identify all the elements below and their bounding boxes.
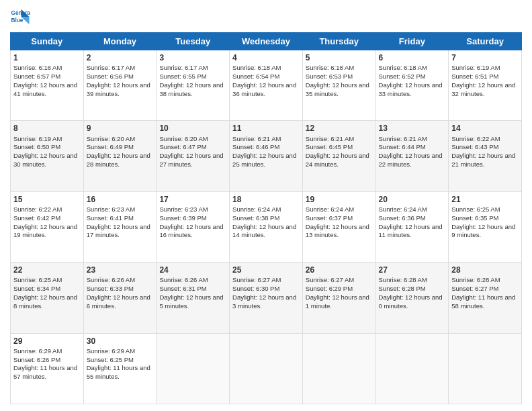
- calendar-header-row: SundayMondayTuesdayWednesdayThursdayFrid…: [11, 33, 522, 50]
- calendar-day-10: 10Sunrise: 6:20 AMSunset: 6:47 PMDayligh…: [157, 121, 230, 191]
- header: General Blue: [10, 7, 522, 27]
- day-number: 12: [306, 123, 373, 134]
- calendar-day-27: 27Sunrise: 6:28 AMSunset: 6:28 PMDayligh…: [375, 263, 449, 333]
- calendar-day-30: 30Sunrise: 6:29 AMSunset: 6:25 PMDayligh…: [83, 333, 157, 404]
- calendar-day-26: 26Sunrise: 6:27 AMSunset: 6:29 PMDayligh…: [302, 263, 375, 333]
- day-header-wednesday: Wednesday: [230, 33, 303, 50]
- calendar-day-19: 19Sunrise: 6:24 AMSunset: 6:37 PMDayligh…: [302, 191, 375, 262]
- day-number: 8: [13, 123, 81, 134]
- calendar-day-20: 20Sunrise: 6:24 AMSunset: 6:36 PMDayligh…: [375, 191, 449, 262]
- day-number: 15: [13, 194, 81, 205]
- logo: General Blue: [10, 7, 30, 27]
- day-number: 6: [379, 52, 446, 63]
- day-number: 18: [232, 194, 300, 205]
- day-number: 5: [306, 52, 373, 63]
- day-number: 4: [232, 52, 300, 63]
- calendar-day-8: 8Sunrise: 6:19 AMSunset: 6:50 PMDaylight…: [11, 121, 84, 191]
- day-number: 17: [159, 194, 226, 205]
- calendar-day-14: 14Sunrise: 6:22 AMSunset: 6:43 PMDayligh…: [449, 121, 522, 191]
- calendar-day-18: 18Sunrise: 6:24 AMSunset: 6:38 PMDayligh…: [230, 191, 303, 262]
- day-number: 23: [87, 265, 154, 275]
- day-header-saturday: Saturday: [449, 33, 522, 50]
- calendar-day-25: 25Sunrise: 6:27 AMSunset: 6:30 PMDayligh…: [230, 263, 303, 333]
- day-number: 16: [87, 194, 154, 205]
- day-number: 30: [87, 336, 154, 347]
- day-number: 21: [451, 194, 519, 205]
- calendar-day-15: 15Sunrise: 6:22 AMSunset: 6:42 PMDayligh…: [11, 191, 84, 262]
- day-number: 1: [13, 52, 81, 63]
- day-number: 26: [306, 265, 373, 275]
- day-number: 24: [159, 265, 226, 275]
- day-number: 19: [306, 194, 373, 205]
- day-number: 28: [451, 265, 519, 275]
- page: General Blue SundayMondayTuesdayWednesda…: [0, 0, 532, 411]
- day-number: 10: [159, 123, 226, 134]
- empty-cell: [375, 333, 449, 404]
- calendar-week-5: 29Sunrise: 6:29 AMSunset: 6:26 PMDayligh…: [11, 333, 522, 404]
- calendar-day-17: 17Sunrise: 6:23 AMSunset: 6:39 PMDayligh…: [157, 191, 230, 262]
- calendar-day-5: 5Sunrise: 6:18 AMSunset: 6:53 PMDaylight…: [302, 50, 375, 121]
- calendar-day-1: 1Sunrise: 6:16 AMSunset: 6:57 PMDaylight…: [11, 50, 84, 121]
- calendar-day-6: 6Sunrise: 6:18 AMSunset: 6:52 PMDaylight…: [375, 50, 449, 121]
- calendar-day-23: 23Sunrise: 6:26 AMSunset: 6:33 PMDayligh…: [83, 263, 157, 333]
- calendar-day-13: 13Sunrise: 6:21 AMSunset: 6:44 PMDayligh…: [375, 121, 449, 191]
- calendar-day-11: 11Sunrise: 6:21 AMSunset: 6:46 PMDayligh…: [230, 121, 303, 191]
- day-header-monday: Monday: [83, 33, 157, 50]
- day-number: 27: [379, 265, 446, 275]
- calendar-day-12: 12Sunrise: 6:21 AMSunset: 6:45 PMDayligh…: [302, 121, 375, 191]
- day-number: 7: [451, 52, 519, 63]
- calendar: SundayMondayTuesdayWednesdayThursdayFrid…: [10, 32, 522, 404]
- calendar-day-3: 3Sunrise: 6:17 AMSunset: 6:55 PMDaylight…: [157, 50, 230, 121]
- empty-cell: [449, 333, 522, 404]
- logo-icon: General Blue: [10, 7, 30, 27]
- calendar-day-7: 7Sunrise: 6:19 AMSunset: 6:51 PMDaylight…: [449, 50, 522, 121]
- svg-text:Blue: Blue: [11, 17, 24, 24]
- day-number: 29: [13, 336, 81, 347]
- day-number: 13: [379, 123, 446, 134]
- day-header-tuesday: Tuesday: [157, 33, 230, 50]
- calendar-week-3: 15Sunrise: 6:22 AMSunset: 6:42 PMDayligh…: [11, 191, 522, 262]
- calendar-day-28: 28Sunrise: 6:28 AMSunset: 6:27 PMDayligh…: [449, 263, 522, 333]
- calendar-day-16: 16Sunrise: 6:23 AMSunset: 6:41 PMDayligh…: [83, 191, 157, 262]
- day-number: 22: [13, 265, 81, 275]
- svg-text:General: General: [11, 10, 31, 16]
- day-number: 25: [232, 265, 300, 275]
- day-number: 11: [232, 123, 300, 134]
- calendar-day-4: 4Sunrise: 6:18 AMSunset: 6:54 PMDaylight…: [230, 50, 303, 121]
- calendar-week-1: 1Sunrise: 6:16 AMSunset: 6:57 PMDaylight…: [11, 50, 522, 121]
- day-number: 9: [87, 123, 154, 134]
- calendar-week-4: 22Sunrise: 6:25 AMSunset: 6:34 PMDayligh…: [11, 263, 522, 333]
- empty-cell: [157, 333, 230, 404]
- calendar-day-22: 22Sunrise: 6:25 AMSunset: 6:34 PMDayligh…: [11, 263, 84, 333]
- day-header-sunday: Sunday: [11, 33, 84, 50]
- day-header-thursday: Thursday: [302, 33, 375, 50]
- day-number: 14: [451, 123, 519, 134]
- day-number: 3: [159, 52, 226, 63]
- day-number: 2: [87, 52, 154, 63]
- empty-cell: [230, 333, 303, 404]
- day-number: 20: [379, 194, 446, 205]
- calendar-day-29: 29Sunrise: 6:29 AMSunset: 6:26 PMDayligh…: [11, 333, 84, 404]
- calendar-week-2: 8Sunrise: 6:19 AMSunset: 6:50 PMDaylight…: [11, 121, 522, 191]
- calendar-day-9: 9Sunrise: 6:20 AMSunset: 6:49 PMDaylight…: [83, 121, 157, 191]
- empty-cell: [302, 333, 375, 404]
- calendar-day-24: 24Sunrise: 6:26 AMSunset: 6:31 PMDayligh…: [157, 263, 230, 333]
- calendar-day-21: 21Sunrise: 6:25 AMSunset: 6:35 PMDayligh…: [449, 191, 522, 262]
- calendar-day-2: 2Sunrise: 6:17 AMSunset: 6:56 PMDaylight…: [83, 50, 157, 121]
- day-header-friday: Friday: [375, 33, 449, 50]
